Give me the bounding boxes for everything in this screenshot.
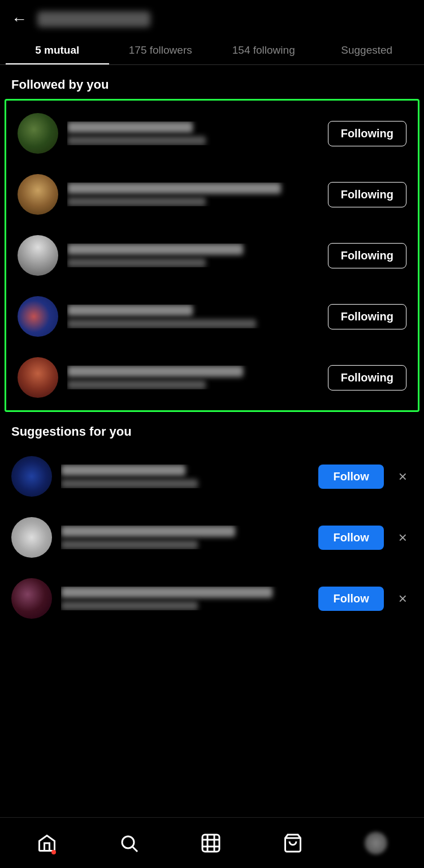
following-button[interactable]: Following	[328, 121, 406, 146]
list-item: Follow ×	[0, 507, 424, 568]
nav-shop[interactable]	[283, 833, 303, 853]
list-item: Following	[6, 286, 418, 347]
username-text	[67, 183, 281, 194]
suggestions-title: Suggestions for you	[0, 412, 424, 446]
following-button[interactable]: Following	[328, 243, 406, 268]
avatar[interactable]	[11, 456, 52, 497]
svg-point-0	[122, 836, 134, 848]
username-text	[61, 526, 235, 537]
user-subtext	[67, 258, 206, 267]
nav-search[interactable]	[119, 833, 139, 853]
list-item: Following	[6, 103, 418, 164]
followed-by-you-box: Following Following Following	[5, 99, 419, 412]
username-text	[67, 244, 243, 255]
svg-line-1	[133, 847, 137, 851]
user-subtext	[67, 197, 206, 206]
svg-rect-2	[202, 835, 219, 852]
list-item: Follow ×	[0, 446, 424, 507]
avatar[interactable]	[11, 578, 52, 619]
follow-button[interactable]: Follow	[318, 465, 383, 489]
profile-avatar	[365, 832, 387, 854]
user-info	[67, 305, 319, 328]
user-info	[61, 526, 309, 549]
dismiss-button[interactable]: ×	[393, 466, 413, 488]
username-text	[61, 587, 272, 598]
dismiss-button[interactable]: ×	[393, 588, 413, 610]
nav-home[interactable]	[37, 833, 57, 853]
follow-button[interactable]: Follow	[318, 587, 383, 611]
nav-reels[interactable]	[201, 833, 221, 853]
list-item: Following	[6, 225, 418, 286]
username-text	[67, 121, 193, 133]
user-subtext	[67, 319, 256, 328]
bottom-nav	[0, 817, 424, 868]
user-subtext	[61, 540, 198, 549]
username-text	[61, 465, 185, 476]
avatar[interactable]	[18, 296, 58, 337]
avatar[interactable]	[18, 235, 58, 276]
following-button[interactable]: Following	[328, 365, 406, 390]
user-info	[67, 366, 319, 389]
tab-followers[interactable]: 175 followers	[109, 36, 213, 64]
user-subtext	[67, 380, 206, 389]
following-button[interactable]: Following	[328, 182, 406, 207]
tab-suggested[interactable]: Suggested	[315, 36, 419, 64]
tabs-bar: 5 mutual 175 followers 154 following Sug…	[0, 36, 424, 65]
following-button[interactable]: Following	[328, 304, 406, 329]
user-info	[67, 121, 319, 145]
user-subtext	[61, 479, 198, 488]
username-text	[67, 366, 243, 377]
avatar[interactable]	[11, 517, 52, 558]
tab-following[interactable]: 154 following	[212, 36, 315, 64]
followed-by-you-title: Followed by you	[0, 65, 424, 99]
user-info	[61, 587, 309, 610]
avatar[interactable]	[18, 174, 58, 215]
username-text	[67, 305, 193, 316]
search-icon	[119, 833, 139, 853]
follow-button[interactable]: Follow	[318, 526, 383, 550]
back-button[interactable]: ←	[11, 10, 27, 28]
list-item: Follow ×	[0, 568, 424, 629]
profile-username	[37, 11, 150, 27]
user-info	[61, 465, 309, 488]
nav-profile[interactable]	[365, 832, 387, 854]
reels-icon	[201, 833, 221, 853]
notification-dot	[51, 850, 56, 854]
avatar[interactable]	[18, 357, 58, 398]
shop-icon	[283, 833, 303, 853]
dismiss-button[interactable]: ×	[393, 527, 413, 549]
list-item: Following	[6, 347, 418, 408]
list-item: Following	[6, 164, 418, 225]
tab-mutual[interactable]: 5 mutual	[6, 36, 109, 64]
user-subtext	[67, 136, 206, 145]
header: ←	[0, 0, 424, 36]
user-info	[67, 244, 319, 267]
avatar[interactable]	[18, 113, 58, 154]
user-subtext	[61, 601, 198, 610]
user-info	[67, 183, 319, 206]
